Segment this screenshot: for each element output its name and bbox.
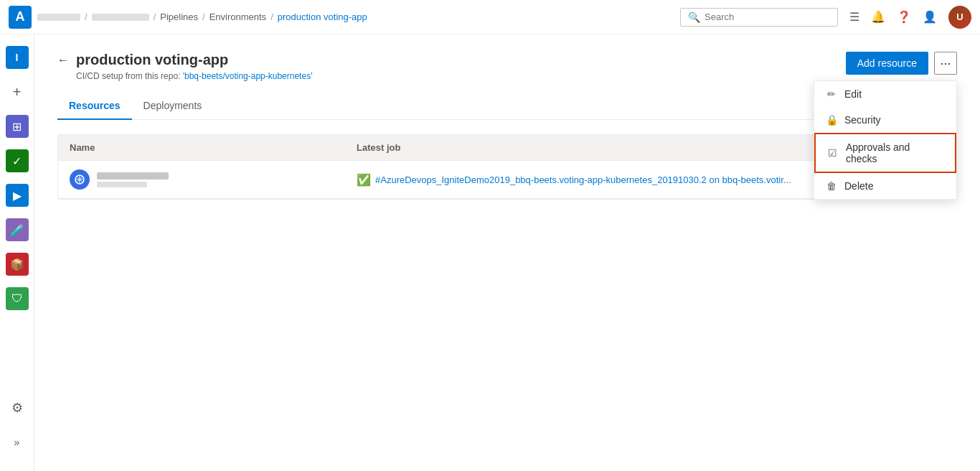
sidebar-item-pipelines[interactable]: ▶ bbox=[0, 178, 34, 213]
repos-icon: ✓ bbox=[12, 154, 22, 168]
security-icon: 🛡 bbox=[11, 292, 23, 305]
boards-icon: ⊞ bbox=[12, 120, 22, 134]
dropdown-item-delete[interactable]: 🗑 Delete bbox=[814, 173, 956, 199]
settings-icon: ⚙ bbox=[11, 400, 23, 416]
overview-icon: I bbox=[16, 52, 19, 63]
breadcrumb-org bbox=[37, 14, 80, 21]
page-header: ← production voting-app CI/CD setup from… bbox=[57, 52, 957, 81]
resource-name-cell bbox=[70, 169, 357, 190]
dropdown-menu: ✏ Edit 🔒 Security ☑ Approvals and checks… bbox=[814, 80, 957, 200]
dropdown-label-delete: Delete bbox=[844, 180, 873, 192]
kubernetes-icon bbox=[70, 169, 90, 190]
job-success-icon: ✅ bbox=[357, 173, 371, 187]
pipelines-icon-box: ▶ bbox=[6, 184, 29, 207]
dropdown-label-approvals: Approvals and checks bbox=[846, 141, 943, 164]
repos-icon-box: ✓ bbox=[6, 149, 29, 172]
security-icon-box: 🛡 bbox=[6, 287, 29, 310]
notification-icon[interactable]: 🔔 bbox=[871, 10, 885, 24]
breadcrumb-project bbox=[92, 14, 149, 21]
sidebar: I + ⊞ ✓ ▶ 🧪 📦 🛡 ⚙ bbox=[0, 34, 34, 471]
breadcrumb-sep4: / bbox=[270, 11, 273, 22]
logo[interactable]: A bbox=[9, 6, 32, 29]
back-button[interactable]: ← bbox=[57, 54, 69, 67]
page-title-row: ← production voting-app bbox=[57, 52, 312, 68]
sidebar-item-repos[interactable]: ✓ bbox=[0, 144, 34, 178]
artifacts-icon-box: 📦 bbox=[6, 253, 29, 276]
search-icon: 🔍 bbox=[688, 11, 700, 23]
dropdown-item-approvals[interactable]: ☑ Approvals and checks bbox=[814, 133, 956, 173]
sidebar-item-security[interactable]: 🛡 bbox=[0, 281, 34, 316]
approvals-icon: ☑ bbox=[827, 147, 839, 159]
sidebar-bottom: ⚙ » bbox=[0, 391, 34, 465]
breadcrumb-sep2: / bbox=[154, 11, 156, 22]
expand-icon: » bbox=[14, 437, 20, 448]
testplans-icon-box: 🧪 bbox=[6, 218, 29, 241]
user-icon[interactable]: 👤 bbox=[923, 10, 937, 24]
dropdown-item-security[interactable]: 🔒 Security bbox=[814, 107, 956, 133]
delete-icon: 🗑 bbox=[826, 180, 837, 192]
avatar[interactable]: U bbox=[948, 6, 971, 29]
breadcrumb-sep1: / bbox=[85, 11, 88, 22]
tab-resources[interactable]: Resources bbox=[57, 93, 132, 120]
dropdown-label-security: Security bbox=[844, 114, 881, 126]
page-subtitle: CI/CD setup from this repo: 'bbq-beets/v… bbox=[76, 71, 312, 81]
add-icon: + bbox=[13, 84, 22, 101]
breadcrumb-current: production voting-app bbox=[278, 11, 367, 22]
dropdown-item-edit[interactable]: ✏ Edit bbox=[814, 81, 956, 107]
repo-link[interactable]: bbq-beets/voting-app-kubernetes bbox=[184, 71, 311, 81]
artifacts-icon: 📦 bbox=[10, 258, 24, 271]
breadcrumb-environments[interactable]: Environments bbox=[209, 11, 266, 22]
topnav-icons: ☰ 🔔 ❓ 👤 U bbox=[849, 6, 971, 29]
page-title: production voting-app bbox=[76, 52, 228, 68]
sidebar-item-boards[interactable]: ⊞ bbox=[0, 109, 34, 144]
more-options-button[interactable]: ··· bbox=[934, 52, 957, 75]
sidebar-item-add[interactable]: + bbox=[0, 75, 34, 109]
list-icon[interactable]: ☰ bbox=[849, 10, 859, 24]
tab-deployments[interactable]: Deployments bbox=[132, 93, 214, 120]
edit-icon: ✏ bbox=[826, 88, 837, 100]
boards-icon-box: ⊞ bbox=[6, 115, 29, 138]
resource-name-placeholder bbox=[97, 172, 169, 187]
dropdown-label-edit: Edit bbox=[844, 88, 862, 100]
sidebar-item-expand[interactable]: » bbox=[0, 425, 34, 460]
sidebar-item-overview[interactable]: I bbox=[0, 40, 34, 75]
col-header-name: Name bbox=[70, 142, 357, 153]
lock-icon: 🔒 bbox=[826, 114, 837, 126]
testplans-icon: 🧪 bbox=[10, 223, 24, 237]
breadcrumb: / / Pipelines / Environments / productio… bbox=[37, 11, 674, 22]
page-header-right: Add resource ··· ✏ Edit 🔒 Security ☑ App… bbox=[846, 52, 957, 75]
job-link[interactable]: #AzureDevops_IgniteDemo2019_bbq-beets.vo… bbox=[375, 174, 791, 185]
topnav: A / / Pipelines / Environments / product… bbox=[0, 0, 980, 34]
page-header-left: ← production voting-app CI/CD setup from… bbox=[57, 52, 312, 81]
breadcrumb-sep3: / bbox=[202, 11, 205, 22]
sidebar-item-testplans[interactable]: 🧪 bbox=[0, 213, 34, 247]
sidebar-item-artifacts[interactable]: 📦 bbox=[0, 247, 34, 281]
pipelines-icon: ▶ bbox=[13, 189, 22, 202]
breadcrumb-pipelines[interactable]: Pipelines bbox=[160, 11, 198, 22]
search-box[interactable]: 🔍 bbox=[680, 8, 838, 27]
overview-icon-box: I bbox=[6, 46, 29, 69]
logo-text: A bbox=[16, 9, 25, 24]
search-input[interactable] bbox=[705, 11, 830, 22]
sidebar-item-settings[interactable]: ⚙ bbox=[0, 391, 34, 425]
add-resource-button[interactable]: Add resource bbox=[846, 52, 928, 75]
more-icon: ··· bbox=[940, 56, 951, 71]
help-icon[interactable]: ❓ bbox=[897, 10, 911, 24]
main-content: ← production voting-app CI/CD setup from… bbox=[34, 34, 980, 471]
